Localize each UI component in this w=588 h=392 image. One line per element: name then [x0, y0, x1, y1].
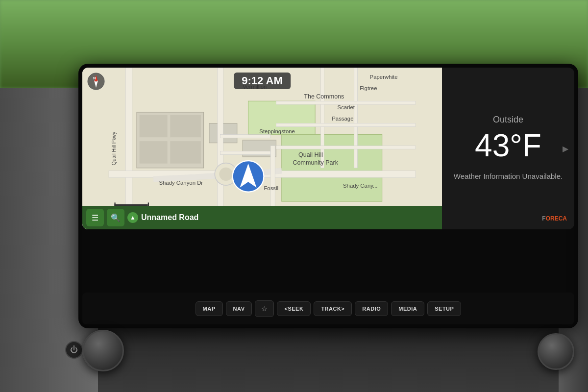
nav-button[interactable]: NAV: [226, 301, 252, 316]
weather-temperature: 43°F: [475, 130, 541, 161]
favorite-button[interactable]: ☆: [255, 300, 274, 317]
svg-text:Scarlet: Scarlet: [338, 104, 355, 110]
svg-rect-19: [220, 135, 270, 138]
volume-knob-left[interactable]: [82, 330, 124, 371]
svg-text:N: N: [93, 76, 96, 80]
seek-back-button[interactable]: <SEEK: [277, 301, 311, 316]
map-canvas: The Commons Vermillion Passage Scarlet F…: [82, 68, 442, 229]
volume-knob-right[interactable]: [538, 333, 574, 370]
svg-point-22: [219, 168, 232, 181]
svg-rect-7: [170, 141, 201, 164]
map-button[interactable]: MAP: [196, 301, 223, 316]
svg-text:Passage: Passage: [332, 116, 353, 122]
power-button[interactable]: ⏻: [65, 341, 83, 359]
svg-text:The Commons: The Commons: [304, 93, 344, 100]
svg-rect-4: [140, 115, 168, 138]
setup-button[interactable]: SETUP: [427, 301, 461, 316]
svg-text:Quail Hill Pkwy: Quail Hill Pkwy: [111, 131, 117, 165]
svg-text:Shady Cany...: Shady Cany...: [343, 183, 378, 189]
weather-status: Weather Information Unavailable.: [454, 171, 563, 182]
svg-rect-15: [354, 68, 358, 168]
svg-text:Fossil: Fossil: [264, 185, 278, 191]
track-forward-button[interactable]: TRACK>: [314, 301, 352, 316]
road-name-display: ▲ Unnamed Road: [127, 212, 198, 223]
time-text: 9:12 AM: [242, 74, 283, 87]
weather-arrow[interactable]: ▶: [563, 144, 568, 153]
svg-rect-18: [276, 146, 415, 149]
media-button[interactable]: MEDIA: [391, 301, 424, 316]
svg-rect-20: [220, 151, 270, 155]
svg-rect-16: [276, 101, 415, 104]
weather-section: Outside 43°F ▶ Weather Information Unava…: [442, 68, 574, 229]
svg-text:Community Park: Community Park: [293, 159, 339, 166]
svg-text:Quail Hill: Quail Hill: [298, 151, 323, 158]
menu-button[interactable]: ☰: [86, 209, 104, 226]
foreca-logo: FORECA: [542, 215, 567, 222]
weather-label: Outside: [493, 115, 523, 125]
svg-rect-6: [140, 141, 168, 164]
foreca-text: ORECA: [546, 215, 567, 222]
svg-text:Paperwhite: Paperwhite: [370, 74, 398, 80]
svg-rect-5: [170, 115, 201, 138]
time-display: 9:12 AM: [234, 73, 291, 89]
infotainment-unit: The Commons Vermillion Passage Scarlet F…: [78, 64, 578, 328]
map-svg: The Commons Vermillion Passage Scarlet F…: [82, 68, 442, 229]
svg-rect-17: [276, 123, 415, 127]
search-button[interactable]: 🔍: [107, 209, 124, 226]
svg-text:Steppingstone: Steppingstone: [259, 128, 295, 134]
road-icon: ▲: [127, 212, 138, 223]
controls-row: MAP NAV ☆ <SEEK TRACK> RADIO MEDIA SETUP: [82, 293, 574, 324]
svg-text:Figtree: Figtree: [360, 85, 377, 91]
road-name-text: Unnamed Road: [141, 213, 198, 222]
map-bottom-bar: ☰ 🔍 ▲ Unnamed Road: [82, 206, 442, 229]
svg-rect-1: [282, 135, 382, 202]
svg-rect-11: [218, 68, 223, 229]
main-screen: The Commons Vermillion Passage Scarlet F…: [82, 68, 574, 229]
svg-text:Shady Canyon Dr: Shady Canyon Dr: [159, 180, 203, 186]
compass: N: [87, 73, 105, 90]
map-section[interactable]: The Commons Vermillion Passage Scarlet F…: [82, 68, 442, 229]
radio-button[interactable]: RADIO: [355, 301, 388, 316]
